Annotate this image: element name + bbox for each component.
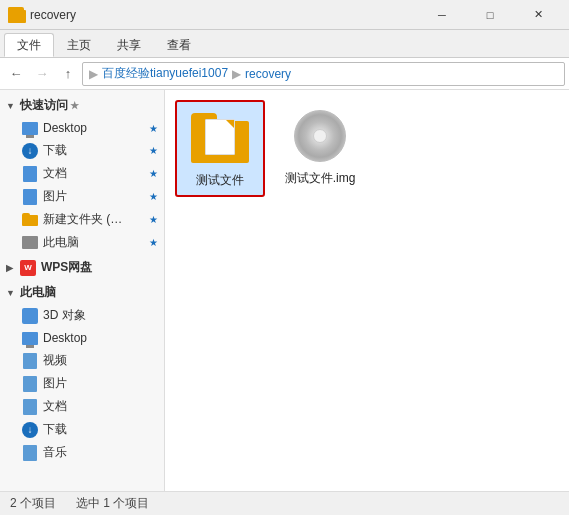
tab-view[interactable]: 查看	[154, 33, 204, 57]
breadcrumb-parent[interactable]: 百度经验tianyuefei1007	[102, 65, 228, 82]
sidebar-pin-icon6: ★	[149, 237, 158, 248]
sidebar-item-documents2[interactable]: 文档	[0, 395, 164, 418]
disc-file-icon	[290, 106, 350, 166]
wps-expand-icon: ▶	[6, 263, 16, 273]
thispc-expand-icon: ▼	[6, 288, 16, 298]
newfolder-icon	[22, 212, 38, 228]
documents2-icon	[22, 399, 38, 415]
pictures-icon	[22, 189, 38, 205]
pictures2-icon	[22, 376, 38, 392]
sidebar-item-newfolder-label: 新建文件夹 (…	[43, 211, 149, 228]
address-bar[interactable]: ▶ 百度经验tianyuefei1007 ▶ recovery	[82, 62, 565, 86]
sidebar-item-3dobjects[interactable]: 3D 对象	[0, 304, 164, 327]
title-bar-icons	[8, 7, 24, 23]
window-icon	[8, 7, 24, 23]
title-bar: recovery ─ □ ✕	[0, 0, 569, 30]
item-count: 2 个项目	[10, 495, 56, 512]
sidebar-pin-icon3: ★	[149, 168, 158, 179]
thispc-header[interactable]: ▼ 此电脑	[0, 281, 164, 304]
expand-icon: ▼	[6, 101, 16, 111]
wps-group: ▶ W WPS网盘	[0, 256, 164, 279]
sidebar-item-documents2-label: 文档	[43, 398, 158, 415]
address-sep2: ▶	[232, 67, 241, 81]
up-arrow-icon: ↑	[65, 66, 72, 81]
window-title: recovery	[30, 8, 76, 22]
back-button[interactable]: ←	[4, 62, 28, 86]
sidebar-item-pictures[interactable]: 图片 ★	[0, 185, 164, 208]
desktop2-icon	[22, 330, 38, 346]
quick-access-group: ▼ 快速访问 ★ Desktop ★ ↓ 下载 ★	[0, 94, 164, 254]
main-layout: ▼ 快速访问 ★ Desktop ★ ↓ 下载 ★	[0, 90, 569, 491]
sidebar-item-documents[interactable]: 文档 ★	[0, 162, 164, 185]
music-icon	[22, 445, 38, 461]
folder-title-icon	[8, 7, 24, 23]
sidebar-item-downloads2[interactable]: ↓ 下载	[0, 418, 164, 441]
disc-shape	[294, 110, 346, 162]
folder-icon	[190, 108, 250, 168]
sidebar-item-3dobjects-label: 3D 对象	[43, 307, 158, 324]
sidebar-item-pictures2[interactable]: 图片	[0, 372, 164, 395]
pin-icon: ★	[70, 100, 79, 111]
sidebar-item-newfolder[interactable]: 新建文件夹 (… ★	[0, 208, 164, 231]
documents-icon	[22, 166, 38, 182]
sidebar-item-videos[interactable]: 视频	[0, 349, 164, 372]
file-item-disc[interactable]: 测试文件.img	[275, 100, 365, 197]
breadcrumb-current[interactable]: recovery	[245, 67, 291, 81]
sidebar-item-desktop[interactable]: Desktop ★	[0, 117, 164, 139]
sidebar-item-downloads-label: 下载	[43, 142, 149, 159]
sidebar-item-videos-label: 视频	[43, 352, 158, 369]
sidebar-item-pictures-label: 图片	[43, 188, 149, 205]
download-icon: ↓	[22, 143, 38, 159]
tab-share[interactable]: 共享	[104, 33, 154, 57]
sidebar-pin-icon5: ★	[149, 214, 158, 225]
sidebar-item-thispc-quick-label: 此电脑	[43, 234, 149, 251]
sidebar-item-desktop-label: Desktop	[43, 121, 149, 135]
wps-header[interactable]: ▶ W WPS网盘	[0, 256, 164, 279]
sidebar-item-music[interactable]: 音乐	[0, 441, 164, 464]
videos-icon	[22, 353, 38, 369]
wps-cloud-icon: W	[20, 260, 36, 276]
folder-lg-shape	[191, 113, 249, 163]
tab-home[interactable]: 主页	[54, 33, 104, 57]
minimize-button[interactable]: ─	[419, 0, 465, 30]
sidebar-item-music-label: 音乐	[43, 444, 158, 461]
sidebar-item-documents-label: 文档	[43, 165, 149, 182]
sidebar-pin-icon4: ★	[149, 191, 158, 202]
ribbon-tabs: 文件 主页 共享 查看	[0, 30, 569, 58]
forward-button[interactable]: →	[30, 62, 54, 86]
desktop-icon	[22, 120, 38, 136]
wps-label: WPS网盘	[41, 259, 92, 276]
folder-paper	[205, 119, 235, 155]
sidebar-item-pictures2-label: 图片	[43, 375, 158, 392]
sidebar-pin-icon: ★	[149, 123, 158, 134]
sidebar-item-desktop2-label: Desktop	[43, 331, 158, 345]
window-controls: ─ □ ✕	[419, 0, 561, 30]
3dobjects-icon	[22, 308, 38, 324]
back-arrow-icon: ←	[10, 66, 23, 81]
sidebar-item-thispc-quick[interactable]: 此电脑 ★	[0, 231, 164, 254]
up-button[interactable]: ↑	[56, 62, 80, 86]
sidebar-item-downloads[interactable]: ↓ 下载 ★	[0, 139, 164, 162]
status-bar: 2 个项目 选中 1 个项目	[0, 491, 569, 515]
maximize-button[interactable]: □	[467, 0, 513, 30]
thispc-group: ▼ 此电脑 3D 对象 Desktop	[0, 281, 164, 464]
forward-arrow-icon: →	[36, 66, 49, 81]
close-button[interactable]: ✕	[515, 0, 561, 30]
quick-access-header[interactable]: ▼ 快速访问 ★	[0, 94, 164, 117]
tab-file[interactable]: 文件	[4, 33, 54, 57]
thispc-quick-icon	[22, 235, 38, 251]
quick-access-label: 快速访问	[20, 97, 68, 114]
sidebar-item-downloads2-label: 下载	[43, 421, 158, 438]
sidebar-item-desktop2[interactable]: Desktop	[0, 327, 164, 349]
file-folder-label: 测试文件	[196, 172, 244, 189]
selected-count: 选中 1 个项目	[76, 495, 149, 512]
content-area: 测试文件 测试文件.img	[165, 90, 569, 491]
file-item-folder[interactable]: 测试文件	[175, 100, 265, 197]
sidebar-pin-icon2: ★	[149, 145, 158, 156]
address-sep: ▶	[89, 67, 98, 81]
downloads2-icon: ↓	[22, 422, 38, 438]
sidebar: ▼ 快速访问 ★ Desktop ★ ↓ 下载 ★	[0, 90, 165, 491]
thispc-label: 此电脑	[20, 284, 56, 301]
nav-bar: ← → ↑ ▶ 百度经验tianyuefei1007 ▶ recovery	[0, 58, 569, 90]
file-disc-label: 测试文件.img	[285, 170, 356, 187]
